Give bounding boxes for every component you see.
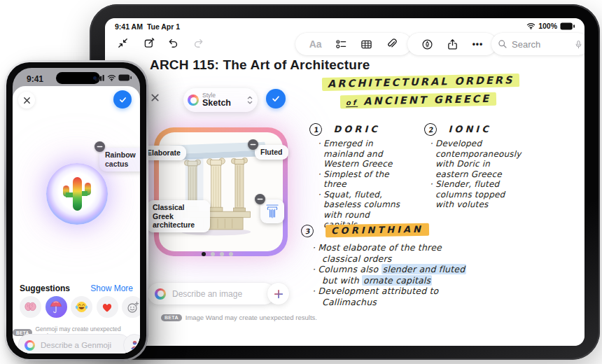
collapse-button[interactable] <box>112 32 133 53</box>
checkmark-icon <box>271 94 281 104</box>
doric-title: DORIC <box>334 124 380 134</box>
markup-share-group: ••• <box>407 33 497 55</box>
compose-button[interactable] <box>139 32 160 53</box>
table-icon[interactable] <box>360 38 372 50</box>
corinthian-line3-pre: · Columns also <box>312 264 382 274</box>
ipad-screen: 9:41 AMTue Apr 1 100% <box>105 18 584 346</box>
describe-image-field[interactable] <box>171 288 268 300</box>
battery-icon <box>118 74 132 81</box>
genmoji-accept-button[interactable] <box>113 90 132 108</box>
search-icon <box>498 39 507 49</box>
share-icon[interactable] <box>447 38 458 50</box>
genmoji-close-button[interactable] <box>18 92 35 108</box>
page-dot-active[interactable] <box>202 252 206 256</box>
minus-icon <box>257 196 263 202</box>
corinthian-line1: · Most elaborate of the three <box>312 242 550 253</box>
close-icon <box>150 92 160 103</box>
corinthian-line4: but with ornate capitals <box>322 275 550 286</box>
mic-icon[interactable] <box>574 39 583 50</box>
ionic-bullets: · Developed contemporaneously with Doric… <box>430 139 522 210</box>
brain-icon <box>24 301 37 313</box>
apple-intelligence-icon <box>24 340 35 351</box>
chip-fluted[interactable]: Fluted <box>255 145 288 160</box>
checkmark-icon <box>118 95 127 104</box>
column-sketch-thumbnail <box>265 203 280 220</box>
wifi-icon <box>526 22 536 29</box>
new-emoji-button[interactable] <box>122 296 140 318</box>
ipad-date: Tue Apr 1 <box>147 22 180 31</box>
heading2-of: of <box>346 99 358 107</box>
format-tools-group: Aa <box>295 33 412 55</box>
ionic-number: 2 <box>424 122 438 136</box>
add-emoji-icon <box>127 301 139 314</box>
doric-bullets: · Emerged in mainland and Western Greece… <box>318 139 400 230</box>
remove-prompt-button[interactable] <box>94 141 105 152</box>
suggestion-laughing-emoji[interactable] <box>71 296 92 318</box>
beta-badge: BETA <box>161 314 182 321</box>
heading2-text: ANCIENT GREECE <box>363 93 491 107</box>
suggestion-brain-emoji[interactable] <box>20 296 41 318</box>
page-dot[interactable] <box>229 252 233 256</box>
close-icon <box>22 96 31 105</box>
chevron-up-down-icon <box>246 95 253 105</box>
checklist-icon[interactable] <box>335 38 347 50</box>
image-wand-input[interactable] <box>148 283 275 304</box>
undo-button[interactable] <box>162 32 183 53</box>
suggestion-emoji-row <box>20 296 140 318</box>
style-selector[interactable]: Style Sketch <box>183 88 258 112</box>
image-pagination-dots[interactable] <box>202 252 233 256</box>
beta-text: Image Wand may create unexpected results… <box>186 314 317 321</box>
chip-reference-sketch[interactable] <box>260 200 284 223</box>
ionic-heading: 2 IONIC <box>424 123 491 136</box>
compose-icon <box>144 37 155 49</box>
text-format-button[interactable]: Aa <box>309 38 322 50</box>
corinthian-line5: · Development attributed to <box>312 286 550 297</box>
remove-fluted-button[interactable] <box>248 139 258 150</box>
stage: 9:41 AMTue Apr 1 100% <box>0 0 602 364</box>
suggestion-heart-emoji[interactable] <box>97 296 118 318</box>
notes-heading-line1: ARCHITECTURAL ORDERS <box>322 76 519 89</box>
collapse-arrows-icon <box>117 37 129 49</box>
corinthian-line2: classical orders <box>322 253 550 265</box>
ipad-status-left: 9:41 AMTue Apr 1 <box>115 22 180 31</box>
notes-heading-line2: ofANCIENT GREECE <box>340 94 496 107</box>
suggestions-label: Suggestions <box>20 284 70 293</box>
corinthian-title: CORINTHIAN <box>325 223 428 238</box>
image-wand-accept-button[interactable] <box>266 89 286 108</box>
minus-icon <box>97 144 103 150</box>
image-wand-beta-note: BETA Image Wand may create unexpected re… <box>161 314 317 321</box>
style-value: Sketch <box>202 99 243 108</box>
suggestion-umbrella-emoji-selected[interactable] <box>46 296 67 318</box>
heart-icon <box>101 301 113 313</box>
add-image-button[interactable] <box>267 283 289 304</box>
image-wand-style-icon <box>188 94 199 106</box>
battery-icon <box>560 22 575 30</box>
more-button[interactable]: ••• <box>472 39 484 49</box>
remove-sketch-button[interactable] <box>255 194 265 204</box>
wifi-icon <box>107 74 116 81</box>
prompt-chip-rainbow-cactus[interactable]: Rainbow cactus <box>99 148 140 172</box>
iphone-time: 9:41 <box>27 74 43 84</box>
page-dot[interactable] <box>211 252 215 256</box>
redo-button[interactable] <box>188 32 209 53</box>
markup-icon[interactable] <box>421 38 433 50</box>
page-dot[interactable] <box>220 252 224 256</box>
search-field[interactable]: Search <box>491 33 584 55</box>
ipad-status-right: 100% <box>526 22 575 30</box>
genmoji-input[interactable] <box>18 334 130 354</box>
battery-percent: 100% <box>538 22 557 30</box>
minus-icon <box>250 141 256 148</box>
chip-classical-greek[interactable]: Classical Greek architecture <box>147 200 210 232</box>
corinthian-line4-pre: but with <box>322 275 362 286</box>
corinthian-number: 3 <box>300 223 314 237</box>
paperclip-icon[interactable] <box>386 38 398 50</box>
ipad-time: 9:41 AM <box>115 22 143 31</box>
corinthian-line3-highlight: slender and fluted <box>382 264 467 274</box>
dynamic-island <box>56 72 100 84</box>
doric-heading: 1 DORIC <box>309 123 380 136</box>
redo-icon <box>192 37 204 49</box>
cellular-icon <box>95 74 105 81</box>
iphone-device: 9:41 <box>4 60 148 361</box>
describe-genmoji-field[interactable] <box>39 340 124 350</box>
show-more-link[interactable]: Show More <box>90 284 133 293</box>
